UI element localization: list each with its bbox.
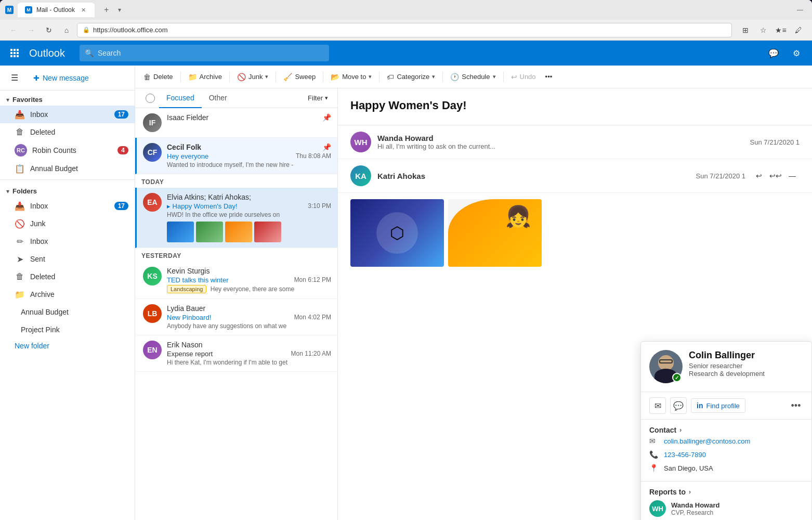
sidebar-item-annual-budget2[interactable]: Annual Budget (0, 303, 135, 321)
email-sender-row[interactable]: WH Wanda Howard Hi all, I'm writing to a… (338, 125, 812, 159)
sidebar-item-deleted[interactable]: 🗑 Deleted (0, 123, 135, 141)
profile-name: Colin Ballinger (689, 350, 803, 361)
list-item[interactable]: EN Erik Nason Expense report Mon 11:20 A… (135, 335, 337, 372)
profile-card-popup: Colin Ballinger Senior researcher Resear… (640, 341, 812, 520)
sidebar-item-project-pink[interactable]: Project Pink (0, 321, 135, 339)
filter-button[interactable]: Filter ▾ (305, 90, 331, 106)
sidebar-item-sent[interactable]: ➤ Sent (0, 250, 135, 268)
sweep-button[interactable]: 🧹 Sweep (279, 70, 320, 84)
inbox2-label: Inbox (30, 237, 128, 245)
reader-mode-button[interactable]: ⊞ (738, 23, 753, 37)
settings-gear-button[interactable]: ⚙ (787, 44, 806, 62)
delete-icon: 🗑 (143, 73, 151, 81)
home-button[interactable]: ⌂ (59, 23, 74, 37)
list-item[interactable]: IF Isaac Fielder 📌 (135, 108, 337, 138)
url-bar[interactable]: https://outlook.office.com (93, 26, 168, 34)
sidebar-item-folders-inbox[interactable]: 📥 Inbox 17 (0, 197, 135, 215)
reply-button[interactable]: ↩ (752, 168, 766, 183)
avatar: IF (143, 113, 162, 132)
new-folder-button[interactable]: New folder (0, 339, 135, 353)
lock-icon: 🔒 (83, 27, 90, 33)
select-all-checkbox[interactable] (146, 94, 155, 103)
chat-button[interactable]: 💬 (764, 44, 783, 62)
hamburger-menu-button[interactable]: ☰ (6, 70, 23, 86)
new-message-button[interactable]: ✚ New message (27, 71, 95, 85)
find-profile-label: Find profile (706, 402, 739, 410)
list-item[interactable]: LB Lydia Bauer New Pinboard! Mon 4:02 PM (135, 299, 337, 335)
favorites-section-header[interactable]: ▾ Favorites (0, 90, 135, 106)
more-email-actions-button[interactable]: — (785, 168, 800, 183)
find-profile-button[interactable]: in Find profile (691, 398, 745, 413)
manager-title: CVP, Research (671, 509, 719, 516)
reload-button[interactable]: ↻ (42, 23, 56, 37)
send-chat-button[interactable]: 💬 (670, 397, 687, 414)
sender-name: Elvia Atkins; Katri Ahokas; (167, 193, 251, 201)
profile-more-button[interactable]: ••• (789, 398, 803, 413)
inbox-label: Inbox (30, 110, 109, 119)
waffle-menu-button[interactable] (6, 45, 23, 61)
tab-dropdown-button[interactable]: ▾ (118, 6, 121, 14)
folders-section-header[interactable]: ▾ Folders (0, 182, 135, 197)
minimize-button[interactable]: — (793, 3, 807, 17)
profile-title: Senior researcher (689, 362, 803, 370)
sidebar-item-archive[interactable]: 📁 Archive (0, 285, 135, 303)
annual-budget-label: Annual Budget (30, 164, 128, 173)
schedule-button[interactable]: 🕐 Schedule ▾ (446, 70, 500, 84)
search-placeholder: Search (98, 49, 121, 57)
avatar: LB (143, 304, 162, 323)
focused-tab[interactable]: Focused (159, 88, 202, 108)
junk-dropdown-icon: ▾ (265, 73, 268, 80)
move-to-button[interactable]: 📂 Move to ▾ (326, 70, 376, 84)
categorize-button[interactable]: 🏷 Categorize ▾ (383, 70, 439, 84)
favorites-button[interactable]: ☆ (756, 23, 770, 37)
filter-dropdown-icon: ▾ (325, 95, 328, 101)
more-actions-button[interactable]: ••• (541, 70, 557, 83)
archive-label: Archive (30, 290, 128, 298)
list-item[interactable]: CF Cecil Folk 📌 Hey e (135, 138, 337, 174)
list-item[interactable]: EA Elvia Atkins; Katri Ahokas; ▸ Happy W… (135, 188, 337, 248)
message-thumbnail (225, 222, 252, 242)
undo-icon: ↩ (511, 73, 517, 81)
more-actions-icon: ••• (545, 73, 553, 81)
list-item[interactable]: KS Kevin Sturgis TED talks this winter M… (135, 262, 337, 299)
send-email-button[interactable]: ✉ (649, 397, 666, 414)
other-tab[interactable]: Other (202, 88, 234, 108)
back-button[interactable]: ← (6, 23, 21, 37)
sidebar-item-inbox-favorites[interactable]: 📥 Inbox 17 (0, 106, 135, 123)
sender-preview: Hi all, I'm writing to ask on the curren… (377, 142, 744, 150)
sidebar-item-annual-budget[interactable]: 📋 Annual Budget (0, 160, 135, 177)
settings-button[interactable]: 🖊 (791, 23, 806, 37)
move-to-label: Move to (342, 73, 366, 81)
sidebar-item-robin-counts[interactable]: RC Robin Counts 4 (0, 141, 135, 160)
new-tab-button[interactable]: + (99, 3, 114, 17)
undo-button[interactable]: ↩ Undo (507, 70, 540, 84)
message-thumbnail (196, 222, 223, 242)
delete-button[interactable]: 🗑 Delete (139, 70, 177, 84)
contact-phone: 123-456-7890 (664, 451, 706, 459)
sidebar-item-junk[interactable]: 🚫 Junk (0, 215, 135, 232)
email-sender-row[interactable]: KA Katri Ahokas Sun 7/21/2020 1 ↩ ↩↩ — (338, 159, 812, 193)
archive-button[interactable]: 📁 Archive (184, 70, 226, 84)
forward-button[interactable]: → (24, 23, 38, 37)
project-pink-label: Project Pink (21, 326, 128, 334)
avatar: EA (143, 193, 162, 212)
move-to-icon: 📂 (331, 73, 339, 81)
search-icon: 🔍 (85, 49, 94, 57)
contact-section-header[interactable]: Contact › (649, 426, 803, 434)
pin-icon[interactable]: 📌 (322, 143, 331, 151)
pin-icon[interactable]: 📌 (322, 113, 331, 122)
reply-all-button[interactable]: ↩↩ (768, 168, 783, 183)
tab-close-button[interactable]: ✕ (79, 6, 87, 14)
favorites-label: Favorites (12, 96, 43, 103)
deleted2-icon: 🗑 (15, 272, 25, 281)
reports-to-arrow-icon: › (689, 488, 691, 496)
junk-button[interactable]: 🚫 Junk ▾ (233, 70, 272, 84)
sidebar-item-deleted2[interactable]: 🗑 Deleted (0, 268, 135, 285)
search-bar[interactable]: 🔍 Search (80, 45, 329, 61)
message-preview: Landscaping Hey everyone, there are some (167, 285, 331, 293)
message-preview: Hi there Kat, I'm wondering if I'm able … (167, 359, 331, 366)
reports-to-section-header[interactable]: Reports to › (649, 488, 803, 496)
junk-label: Junk (30, 219, 128, 228)
sidebar-item-inbox2[interactable]: ✏ Inbox (0, 232, 135, 250)
collections-button[interactable]: ★≡ (774, 23, 788, 37)
